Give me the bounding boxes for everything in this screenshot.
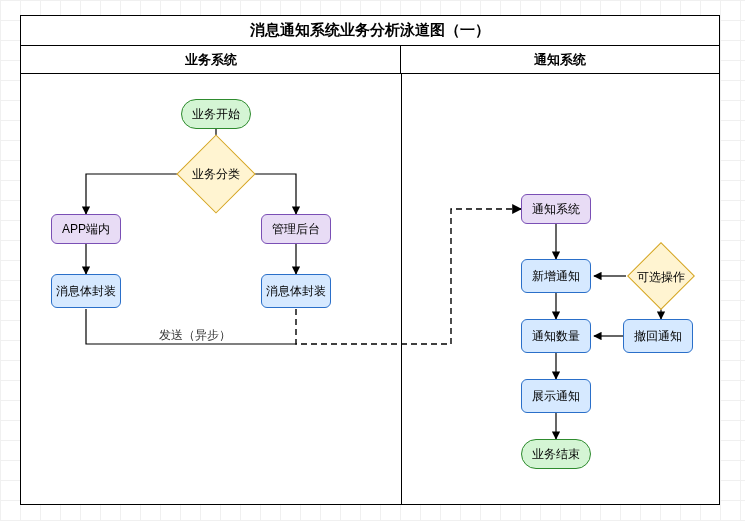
lane-body: 业务开始 业务分类 APP端内 管理后台 消息体封装 消息体封装 发送（异步） … — [21, 74, 719, 504]
edge-label-send-async: 发送（异步） — [159, 327, 231, 344]
node-optional-label: 可选操作 — [637, 269, 685, 286]
diagram-title: 消息通知系统业务分析泳道图（一） — [21, 16, 719, 46]
node-recall: 撤回通知 — [623, 319, 693, 353]
swimlane-frame: 消息通知系统业务分析泳道图（一） 业务系统 通知系统 — [20, 15, 720, 505]
node-start: 业务开始 — [181, 99, 251, 129]
node-show: 展示通知 — [521, 379, 591, 413]
node-end: 业务结束 — [521, 439, 591, 469]
node-count: 通知数量 — [521, 319, 591, 353]
lanes-header: 业务系统 通知系统 — [21, 46, 719, 74]
node-classify-label: 业务分类 — [192, 166, 240, 183]
node-notify-sys: 通知系统 — [521, 194, 591, 224]
node-classify: 业务分类 — [176, 149, 256, 199]
node-admin: 管理后台 — [261, 214, 331, 244]
lane-header-business: 业务系统 — [21, 46, 401, 73]
node-wrap1: 消息体封装 — [51, 274, 121, 308]
lane-header-notify: 通知系统 — [401, 46, 719, 73]
node-wrap2: 消息体封装 — [261, 274, 331, 308]
node-app: APP端内 — [51, 214, 121, 244]
connectors — [21, 74, 719, 504]
node-optional: 可选操作 — [621, 252, 701, 302]
lane-divider — [401, 74, 402, 504]
node-add: 新增通知 — [521, 259, 591, 293]
